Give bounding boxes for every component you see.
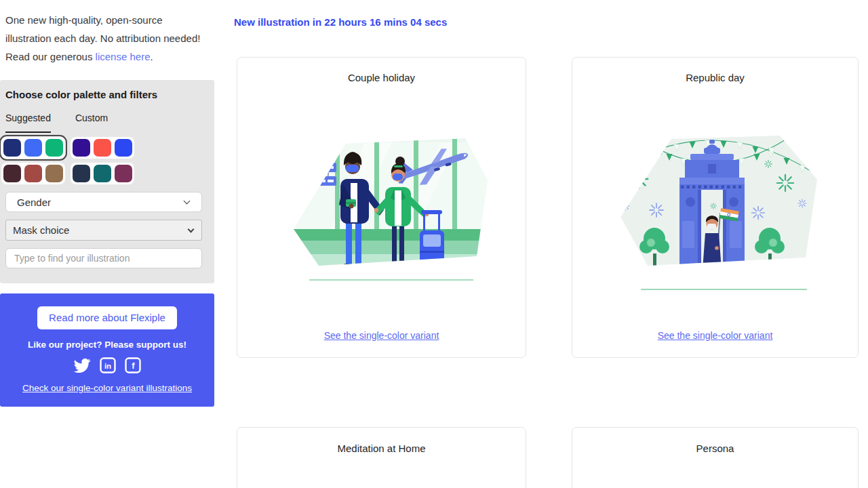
mask-choice-dropdown[interactable]: Mask choice bbox=[5, 220, 202, 241]
color-swatch bbox=[3, 139, 21, 157]
chevron-down-icon bbox=[188, 226, 195, 233]
variant-link[interactable]: See the single-color variant bbox=[324, 330, 439, 341]
facebook-icon[interactable]: f bbox=[125, 357, 141, 373]
card-persona: Persona bbox=[572, 427, 859, 488]
gender-dropdown-value: Gender bbox=[17, 197, 51, 208]
mask-choice-dropdown-value: Mask choice bbox=[13, 224, 69, 236]
card-meditation-at-home: Meditation at Home bbox=[237, 427, 526, 488]
tab-custom[interactable]: Custom bbox=[75, 113, 108, 133]
color-swatch bbox=[45, 139, 63, 157]
svg-text:f: f bbox=[132, 361, 135, 371]
chevron-down-icon bbox=[184, 198, 191, 205]
intro-text-after: . bbox=[150, 51, 153, 62]
palette-group[interactable] bbox=[1, 163, 65, 184]
license-link[interactable]: license here bbox=[96, 51, 151, 62]
social-row: in f bbox=[0, 357, 214, 373]
card-title: Meditation at Home bbox=[337, 443, 425, 454]
tab-suggested[interactable]: Suggested bbox=[5, 113, 51, 133]
illustration-couple-holiday[interactable] bbox=[270, 122, 494, 294]
single-color-variants-link[interactable]: Check our single-color variant illustrat… bbox=[22, 383, 192, 393]
palette-group[interactable] bbox=[71, 137, 134, 159]
read-more-button[interactable]: Read more about Flexiple bbox=[37, 306, 177, 329]
promo-box: Read more about Flexiple Like our projec… bbox=[0, 293, 214, 407]
color-swatch bbox=[45, 165, 63, 182]
color-swatch bbox=[3, 165, 21, 182]
countdown-text: New illustration in 22 hours 16 mins 04 … bbox=[234, 16, 447, 28]
card-republic-day: Republic day bbox=[572, 57, 859, 358]
twitter-icon[interactable] bbox=[73, 359, 91, 373]
color-swatch bbox=[24, 139, 42, 157]
color-swatch bbox=[24, 165, 42, 182]
support-text: Like our project? Please support us! bbox=[0, 340, 214, 350]
search-input[interactable] bbox=[5, 248, 202, 268]
illustration-republic-day[interactable] bbox=[604, 122, 827, 294]
palette-group[interactable] bbox=[71, 163, 134, 184]
color-swatch bbox=[115, 139, 132, 157]
svg-text:in: in bbox=[104, 362, 111, 370]
color-swatch bbox=[94, 165, 111, 182]
gender-dropdown[interactable]: Gender bbox=[5, 192, 202, 212]
color-swatch bbox=[73, 165, 90, 182]
filter-panel: Choose color palette and filters Suggest… bbox=[0, 80, 214, 283]
card-title: Couple holiday bbox=[348, 72, 415, 83]
color-swatch bbox=[94, 139, 111, 157]
color-swatch bbox=[73, 139, 90, 157]
intro-text: One new high-quality, open-source illust… bbox=[5, 11, 209, 66]
linkedin-icon[interactable]: in bbox=[100, 357, 116, 373]
color-swatch bbox=[115, 165, 132, 182]
card-title: Persona bbox=[696, 443, 734, 454]
variant-link[interactable]: See the single-color variant bbox=[658, 330, 773, 341]
palette-list bbox=[1, 137, 134, 184]
illustration-grid: Couple holiday bbox=[237, 57, 859, 488]
palette-tabs: Suggested Custom bbox=[5, 113, 108, 133]
palette-group[interactable] bbox=[1, 137, 65, 159]
filter-heading: Choose color palette and filters bbox=[5, 89, 157, 100]
card-title: Republic day bbox=[686, 72, 745, 83]
card-couple-holiday: Couple holiday bbox=[237, 57, 526, 358]
